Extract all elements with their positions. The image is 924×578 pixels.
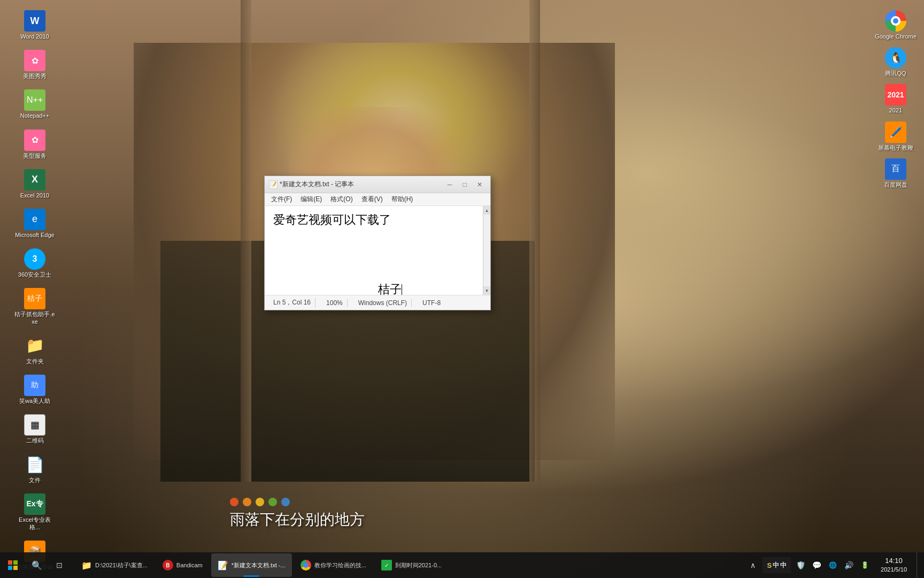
taskbar-items: 📁 D:\2021\桔子\案查... B Bandicam 📝 *新建文本文档.… <box>71 552 448 578</box>
dot-3 <box>256 498 264 506</box>
ime-indicator[interactable]: S 中 中 <box>763 557 791 573</box>
dot-4 <box>268 498 277 506</box>
dot-1 <box>230 498 238 506</box>
menu-format[interactable]: 格式(O) <box>326 194 357 205</box>
show-desktop-button[interactable] <box>917 552 920 578</box>
tray-network[interactable]: 🌐 <box>826 559 839 572</box>
subtitle-text: 雨落下在分别的地方 <box>230 509 365 530</box>
tray-chat[interactable]: 💬 <box>810 559 823 572</box>
svg-rect-3 <box>13 566 18 570</box>
icon-meitu[interactable]: ✿ 美图秀秀 <box>11 48 59 82</box>
icon-xiaowameiren[interactable]: 助 笑wa美人助 <box>11 372 59 407</box>
taskbar-tray: ∧ S 中 中 🛡️ 💬 🌐 🔊 🔋 14:10 2021/5/10 <box>746 552 924 578</box>
taskbar-chrome-label: 教你学习绘画的技... <box>314 561 366 569</box>
icon-excel2[interactable]: Ex专 Excel专业表格... <box>11 491 59 533</box>
icon-msedge[interactable]: e Microsoft Edge <box>11 207 59 241</box>
menu-edit[interactable]: 编辑(E) <box>296 194 326 205</box>
clock-time: 14:10 <box>885 556 903 566</box>
notepad-titlebar: 📝 *新建文本文档.txt - 记事本 ─ □ ✕ <box>265 176 490 193</box>
desktop-icons-right: Google Chrome 🐧 腾讯QQ 2021 2021 🖊️ 屏幕电子教鞭… <box>854 0 924 347</box>
taskbar-start-button[interactable] <box>0 552 26 578</box>
notepad-scrollbar[interactable]: ▲ ▼ <box>483 206 490 295</box>
taskbar-item-reminder[interactable]: ✓ 到期时间2021-0... <box>375 553 448 577</box>
svg-rect-1 <box>13 560 18 565</box>
taskbar-bandicam-label: Bandicam <box>176 562 203 568</box>
tray-up-arrow[interactable]: ∧ <box>746 559 759 572</box>
notepad-line4: 桔子 <box>273 280 474 295</box>
notepad-statusbar: Ln 5，Col 16 100% Windows (CRLF) UTF-8 <box>265 295 490 310</box>
menu-file[interactable]: 文件(F) <box>267 194 296 205</box>
icon-baiduwangpan[interactable]: 百 百度网盘 <box>872 156 920 191</box>
icon-2021[interactable]: 2021 2021 <box>872 82 920 116</box>
menu-view[interactable]: 查看(V) <box>357 194 387 205</box>
taskbar-item-bandicam[interactable]: B Bandicam <box>156 553 209 577</box>
tray-volume[interactable]: 🔊 <box>842 559 855 572</box>
icon-excel2010[interactable]: X Excel 2010 <box>11 167 59 201</box>
icon-googlechrome[interactable]: Google Chrome <box>872 8 920 42</box>
icon-erweima[interactable]: ▦ 二维码 <box>11 412 59 446</box>
status-position: Ln 5，Col 16 <box>269 298 315 307</box>
notepad-title: *新建文本文档.txt - 记事本 <box>280 180 441 189</box>
notepad-line1: 爱奇艺视频可以下载了 <box>273 210 474 229</box>
door-frame-right <box>529 0 540 482</box>
tray-security[interactable]: 🛡️ <box>794 559 807 572</box>
taskbar-chrome-icon <box>301 560 311 571</box>
taskbar-item-notepad[interactable]: 📝 *新建文本文档.txt -... <box>211 553 292 577</box>
status-line-ending: Windows (CRLF) <box>354 299 412 307</box>
icon-wenjianjia[interactable]: 📁 文件夹 <box>11 333 59 367</box>
taskbar-files-icon: 📁 <box>81 560 92 571</box>
close-button[interactable]: ✕ <box>473 178 486 191</box>
taskbar-item-files[interactable]: 📁 D:\2021\桔子\案查... <box>75 553 154 577</box>
notepad-app-icon: 📝 <box>269 180 278 189</box>
taskbar-notepad-label: *新建文本文档.txt -... <box>232 561 286 569</box>
icon-word2010[interactable]: W Word 2010 <box>11 8 59 42</box>
subtitle-area: 雨落下在分别的地方 <box>230 498 365 530</box>
taskbar-reminder-icon: ✓ <box>381 560 392 571</box>
notepad-menubar: 文件(F) 编辑(E) 格式(O) 查看(V) 帮助(H) <box>265 193 490 206</box>
scroll-down-button[interactable]: ▼ <box>483 286 490 295</box>
ime-mode: 中 <box>780 561 787 570</box>
dot-2 <box>243 498 251 506</box>
icon-meituservice[interactable]: ✿ 美型服务 <box>11 127 59 162</box>
taskbar-item-chrome[interactable]: 教你学习绘画的技... <box>294 553 373 577</box>
notepad-window: 📝 *新建文本文档.txt - 记事本 ─ □ ✕ 文件(F) 编辑(E) 格式… <box>264 176 491 310</box>
icon-wenjian[interactable]: 📄 文件 <box>11 452 59 486</box>
menu-help[interactable]: 帮助(H) <box>387 194 418 205</box>
status-zoom: 100% <box>322 299 348 307</box>
notepad-line3 <box>273 256 474 275</box>
notepad-line2 <box>273 233 474 252</box>
svg-rect-2 <box>8 566 12 570</box>
icon-tencentqq[interactable]: 🐧 腾讯QQ <box>872 45 920 79</box>
task-view-button[interactable]: ⊡ <box>49 555 70 575</box>
scroll-up-button[interactable]: ▲ <box>483 206 490 215</box>
subtitle-dots <box>230 498 365 506</box>
taskbar-notepad-icon: 📝 <box>218 560 228 571</box>
door-frame-left <box>241 0 251 482</box>
minimize-button[interactable]: ─ <box>443 178 456 191</box>
taskbar-clock[interactable]: 14:10 2021/5/10 <box>874 556 913 574</box>
taskbar-bandicam-icon: B <box>163 560 173 571</box>
svg-rect-0 <box>8 560 12 565</box>
desktop-icons-left: W Word 2010 ✿ 美图秀秀 N++ Notepad++ ✿ 美型服务 <box>0 0 70 578</box>
scroll-track <box>483 215 490 286</box>
taskbar-files-label: D:\2021\桔子\案查... <box>95 561 148 569</box>
dot-5 <box>281 498 290 506</box>
taskbar-search-button[interactable]: 🔍 <box>27 555 47 575</box>
icon-screenedu[interactable]: 🖊️ 屏幕电子教鞭 <box>872 119 920 154</box>
notepad-text-area[interactable]: 爱奇艺视频可以下载了 桔子 <box>265 206 483 295</box>
clock-date: 2021/5/10 <box>881 566 907 574</box>
maximize-button[interactable]: □ <box>458 178 471 191</box>
taskbar-reminder-label: 到期时间2021-0... <box>395 561 442 569</box>
ime-text: S <box>767 561 772 569</box>
taskbar: 🔍 ⊡ 📁 D:\2021\桔子\案查... B Bandicam 📝 *新建文… <box>0 552 924 578</box>
icon-juziexe[interactable]: 桔子 桔子抓包助手.exe <box>11 286 59 327</box>
notepad-body: 爱奇艺视频可以下载了 桔子 ▲ ▼ <box>265 206 490 295</box>
tray-battery[interactable]: 🔋 <box>858 559 871 572</box>
ime-lang: 中 <box>773 561 779 570</box>
icon-notepadpp[interactable]: N++ Notepad++ <box>11 87 59 121</box>
icon-360safe[interactable]: 3 360安全卫士 <box>11 246 59 280</box>
status-encoding: UTF-8 <box>418 299 445 307</box>
